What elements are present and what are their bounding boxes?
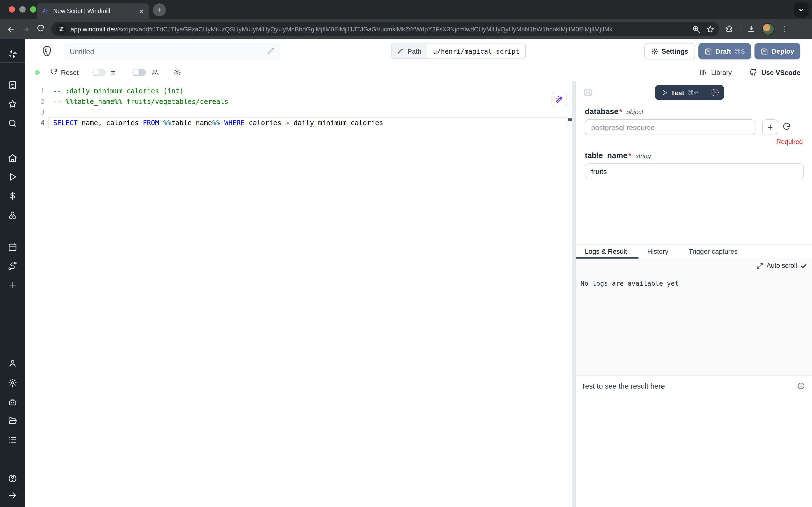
sidebar-item-schedules[interactable] xyxy=(0,242,25,252)
field-type: object xyxy=(626,108,643,115)
browser-tab[interactable]: New Script | Windmill ✕ xyxy=(37,3,149,19)
route-icon xyxy=(8,261,17,271)
line-number: 4 xyxy=(25,119,45,127)
tab-logs-result[interactable]: Logs & Result xyxy=(585,247,627,255)
sidebar-item-runs[interactable] xyxy=(0,172,25,182)
table-name-field-label: table_name* string xyxy=(585,151,812,160)
site-info-icon[interactable] xyxy=(56,24,67,34)
expand-icon[interactable] xyxy=(756,262,763,269)
sidebar-item-variables[interactable] xyxy=(0,191,25,201)
sidebar-item-folders[interactable] xyxy=(0,416,25,426)
cubes-icon xyxy=(8,211,17,220)
play-icon xyxy=(8,172,17,182)
draft-button[interactable]: Draft ⌘S xyxy=(698,43,751,59)
deploy-button[interactable]: Deploy xyxy=(755,43,800,59)
sidebar-item-users[interactable] xyxy=(0,358,25,368)
add-resource-button[interactable]: + xyxy=(762,119,778,135)
sidebar-expand-button[interactable] xyxy=(0,491,25,500)
active-tab-underline xyxy=(576,257,638,259)
pencil-icon[interactable] xyxy=(267,47,275,55)
required-message: Required xyxy=(576,138,803,146)
ai-assistant-button[interactable] xyxy=(552,92,567,107)
info-icon[interactable] xyxy=(797,382,805,390)
browser-tab-strip: New Script | Windmill ✕ + xyxy=(0,0,812,19)
code-line[interactable]: 4SELECT name, calories FROM %%table_name… xyxy=(25,117,568,128)
code-line[interactable]: 1-- :daily_minimum_calories (int) xyxy=(25,86,568,96)
capture-test-button[interactable] xyxy=(706,85,724,100)
zoom-icon[interactable] xyxy=(692,25,700,33)
sidebar-item-workspace[interactable] xyxy=(0,80,25,90)
reload-icon[interactable] xyxy=(37,25,45,33)
save-icon xyxy=(705,48,712,55)
code-editor[interactable]: 1-- :daily_minimum_calories (int)2-- %%t… xyxy=(25,81,568,507)
settings-label: Settings xyxy=(661,47,688,55)
path-widget[interactable]: Path u/henri/magical_script xyxy=(391,44,526,59)
sidebar-item-add[interactable] xyxy=(0,280,25,290)
database-resource-input[interactable] xyxy=(585,119,755,135)
sidebar-item-audit-logs[interactable] xyxy=(0,435,25,445)
auto-scroll-toggle[interactable]: Auto scroll xyxy=(756,262,807,269)
diff-toggle[interactable] xyxy=(92,68,106,76)
sidebar-item-favorites[interactable] xyxy=(0,99,25,109)
test-button[interactable]: Test ⌘↵ xyxy=(655,85,705,100)
menu-kebab-icon[interactable] xyxy=(781,25,789,33)
tab-search-button[interactable] xyxy=(794,2,809,17)
sidebar-item-routes[interactable] xyxy=(0,261,25,271)
code-lines: 1-- :daily_minimum_calories (int)2-- %%t… xyxy=(25,86,568,128)
back-icon[interactable] xyxy=(7,25,15,33)
close-window-button[interactable] xyxy=(9,6,15,12)
url-bar[interactable]: app.windmill.dev/scripts/add#JTdCJTIyaGF… xyxy=(51,22,719,36)
new-tab-button[interactable]: + xyxy=(153,3,166,16)
minimize-window-button[interactable] xyxy=(19,6,25,12)
screen: New Script | Windmill ✕ + app.windmill.d… xyxy=(0,0,812,507)
tab-trigger-captures[interactable]: Trigger captures xyxy=(689,247,738,255)
browser-toolbar: app.windmill.dev/scripts/add#JTdCJTIyaGF… xyxy=(0,19,812,39)
sidebar-item-resources[interactable] xyxy=(0,211,25,220)
code-line[interactable]: 2-- %%table_name%% fruits/vegetables/cer… xyxy=(25,96,568,107)
url-host: app.windmill.dev xyxy=(70,25,117,33)
bookmark-star-icon[interactable] xyxy=(706,25,714,33)
tab-history[interactable]: History xyxy=(647,247,668,255)
refresh-resources-button[interactable] xyxy=(782,123,791,131)
sidebar-item-help[interactable] xyxy=(0,474,25,483)
tab-title: New Script | Windmill xyxy=(53,8,135,14)
zoom-window-button[interactable] xyxy=(30,6,36,12)
folder-open-icon xyxy=(8,416,17,426)
database-field-label: database* object xyxy=(585,107,812,116)
profile-avatar[interactable] xyxy=(762,23,774,35)
plus-icon xyxy=(8,280,17,290)
draft-label: Draft xyxy=(715,47,731,55)
required-asterisk: * xyxy=(628,151,631,160)
run-panel: Test ⌘↵ database* object + Required xyxy=(576,81,812,507)
code-line[interactable]: 3 xyxy=(25,107,568,117)
test-shortcut: ⌘↵ xyxy=(688,89,699,96)
library-button[interactable]: Library xyxy=(700,68,732,76)
table-name-input[interactable] xyxy=(585,163,804,179)
url-text[interactable]: app.windmill.dev/scripts/add#JTdCJTIyaGF… xyxy=(70,25,686,33)
sidebar-item-workers[interactable] xyxy=(0,397,25,407)
path-label-segment[interactable]: Path xyxy=(392,44,427,58)
library-label: Library xyxy=(711,68,732,76)
editor-settings-gear-icon[interactable] xyxy=(173,68,181,76)
multiplayer-toggle[interactable] xyxy=(132,68,146,76)
record-icon xyxy=(711,89,718,96)
sidebar-item-search[interactable] xyxy=(0,118,25,128)
panel-splitter[interactable] xyxy=(572,81,576,507)
reset-button[interactable]: Reset xyxy=(50,68,78,76)
check-icon xyxy=(800,262,807,269)
script-summary-field[interactable]: Untitled xyxy=(64,43,280,59)
collapse-panel-icon[interactable] xyxy=(583,88,592,97)
tab-close-icon[interactable]: ✕ xyxy=(139,7,144,15)
window-controls[interactable] xyxy=(9,6,36,12)
use-vscode-button[interactable]: Use VScode xyxy=(749,68,800,76)
test-button-group: Test ⌘↵ xyxy=(655,85,724,100)
settings-button[interactable]: Settings xyxy=(644,43,695,59)
sidebar-item-settings[interactable] xyxy=(0,378,25,388)
sidebar-item-home[interactable] xyxy=(0,153,25,163)
logs-empty-message: No logs are available yet xyxy=(580,279,679,287)
arrow-right-icon xyxy=(8,491,17,500)
extensions-icon[interactable] xyxy=(725,25,733,33)
windmill-logo[interactable] xyxy=(0,48,25,60)
downloads-icon[interactable] xyxy=(747,25,755,33)
editor-toolbar: Reset ± Library Use VScode xyxy=(25,64,812,81)
